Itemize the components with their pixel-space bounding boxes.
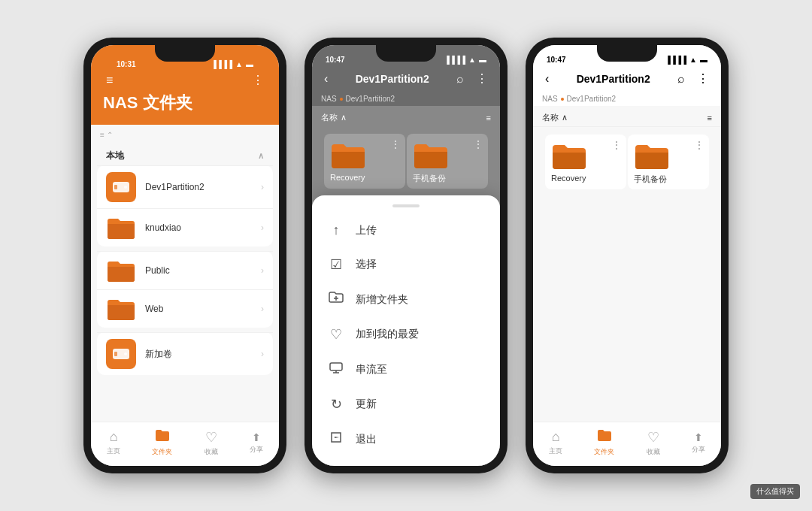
upload-icon: ↑ [327, 222, 345, 238]
grid-view-icon-2[interactable]: ≡ [486, 113, 491, 122]
nav-share-3[interactable]: ⬆ 分享 [692, 431, 705, 455]
more-button-2[interactable]: ⋮ [473, 70, 491, 87]
more-icon-recovery-3[interactable]: ⋮ [611, 139, 622, 151]
nav-files-3[interactable]: 文件夹 [594, 428, 614, 457]
battery-icon-1: ▬ [246, 60, 253, 68]
upload-label: 上传 [356, 224, 377, 237]
sheet-item-favorite[interactable]: ♡ 加到我的最爱 [312, 317, 500, 352]
more-button-1[interactable]: ⋮ [249, 71, 267, 89]
sheet-item-upload[interactable]: ↑ 上传 [312, 213, 500, 247]
nav-fav-3[interactable]: ♡ 收藏 [647, 429, 660, 457]
sheet-item-stream[interactable]: 串流至 [312, 352, 500, 387]
exit-label: 退出 [356, 433, 377, 446]
sort-label-3: 名称 ∧ [542, 112, 568, 123]
chevron-knudxiao: › [261, 222, 264, 233]
favorite-icon: ♡ [327, 326, 345, 343]
file-item-backup-3[interactable]: ⋮ 手机备份 [628, 135, 709, 189]
folder-icon-recovery-3 [551, 141, 587, 171]
notch-1 [155, 45, 215, 62]
content-1: 本地 ∧ Dev1Partition2 › [91, 142, 279, 422]
svg-marker-11 [335, 437, 339, 438]
search-button-3[interactable]: ⌕ [674, 70, 688, 87]
back-button-2[interactable]: ‹ [321, 71, 331, 87]
fav-icon-3: ♡ [647, 429, 659, 446]
nav-actions-3: ⌕ ⋮ [674, 70, 712, 87]
list-view-icon[interactable]: ≡ ⌃ [100, 131, 113, 139]
back-button-3[interactable]: ‹ [542, 71, 552, 87]
more-icon-backup-3[interactable]: ⋮ [694, 139, 704, 151]
svg-rect-4 [114, 352, 117, 356]
item-name-newvol: 新加卷 [145, 348, 252, 361]
menu-button[interactable]: ≡ [103, 72, 116, 89]
more-button-3[interactable]: ⋮ [694, 70, 712, 87]
fav-icon-1: ♡ [205, 429, 217, 446]
signal-icon-2: ▐▐▐▐ [444, 56, 465, 64]
nav-header-3: ‹ Dev1Partition2 ⌕ ⋮ [533, 67, 721, 93]
list-item-public[interactable]: Public › [97, 251, 273, 289]
sheet-item-select[interactable]: ☑ 选择 [312, 247, 500, 282]
newfolder-icon [327, 291, 345, 308]
nav-home-3[interactable]: ⌂ 主页 [549, 429, 562, 456]
folder-name-recovery-3: Recovery [551, 174, 586, 183]
toolbar-right-3: ≡ [707, 113, 712, 122]
section-local-header: 本地 ∧ [97, 145, 273, 165]
folder-icon-recovery-2 [330, 140, 366, 170]
grid-view-icon-3[interactable]: ≡ [707, 113, 712, 122]
list-item-newvol[interactable]: 新加卷 › [97, 332, 273, 375]
chevron-public: › [261, 265, 264, 276]
section-collapse[interactable]: ∧ [258, 151, 264, 161]
breadcrumb-3: NAS Dev1Partition2 [533, 93, 721, 106]
refresh-label: 更新 [356, 398, 377, 411]
file-item-recovery-3[interactable]: ⋮ Recovery [545, 135, 626, 189]
nav-files-1[interactable]: 文件夹 [152, 428, 172, 457]
nav-fav-1[interactable]: ♡ 收藏 [205, 429, 218, 457]
search-button-2[interactable]: ⌕ [453, 70, 467, 87]
nav-share-label-1: 分享 [250, 445, 263, 455]
share-icon-1: ⬆ [252, 431, 261, 443]
sort-label-2: 名称 ∧ [321, 112, 347, 123]
nav-fav-label-1: 收藏 [205, 447, 218, 457]
status-icons-2: ▐▐▐▐ ▲ ▬ [444, 56, 486, 64]
local-section-box3: 新加卷 › [97, 332, 273, 375]
nav-fav-label-3: 收藏 [647, 447, 660, 457]
battery-icon-2: ▬ [479, 56, 486, 64]
sheet-handle [392, 204, 420, 207]
phone-2: 10:47 ▐▐▐▐ ▲ ▬ ‹ Dev1Partition2 ⌕ ⋮ [304, 38, 508, 473]
header-row-1: ≡ ⋮ [103, 71, 267, 89]
chevron-web: › [261, 304, 264, 314]
local-section-box2: Public › Web › [97, 251, 273, 328]
toolbar-1: ≡ ⌃ [91, 125, 279, 142]
watermark: 什么值得买 [750, 484, 800, 499]
stream-label: 串流至 [356, 363, 387, 376]
nav-title-3: Dev1Partition2 [577, 73, 650, 85]
list-item-dev1[interactable]: Dev1Partition2 › [97, 165, 273, 208]
sheet-item-newfolder[interactable]: 新增文件夹 [312, 282, 500, 317]
nav-home-label-3: 主页 [549, 446, 562, 456]
file-item-backup-2[interactable]: ⋮ 手机备份 [407, 134, 488, 189]
toolbar-2: 名称 ∧ ≡ [312, 106, 500, 126]
nav-share-1[interactable]: ⬆ 分享 [250, 431, 263, 455]
nav-home-1[interactable]: ⌂ 主页 [107, 429, 120, 456]
svg-point-5 [124, 352, 127, 355]
folder-icon-public [106, 258, 136, 283]
breadcrumb-dot-2 [340, 98, 343, 101]
breadcrumb-2: NAS Dev1Partition2 [312, 93, 500, 106]
sheet-item-refresh[interactable]: ↻ 更新 [312, 387, 500, 422]
svg-point-2 [124, 186, 127, 189]
list-item-knudxiao[interactable]: knudxiao › [97, 208, 273, 246]
breadcrumb-dot-3 [561, 98, 564, 101]
more-icon-recovery-2[interactable]: ⋮ [390, 138, 401, 150]
list-item-web[interactable]: Web › [97, 289, 273, 328]
nav-files-label-3: 文件夹 [594, 447, 614, 457]
battery-icon-3: ▬ [700, 56, 707, 64]
toolbar-right-2: ≡ [486, 113, 491, 122]
more-icon-backup-2[interactable]: ⋮ [473, 138, 483, 150]
screen-1: 10:31 ▐▐▐▐ ▲ ▬ ≡ ⋮ NAS 文件夹 ≡ ⌃ [91, 45, 279, 466]
file-item-recovery-2[interactable]: ⋮ Recovery [324, 134, 405, 189]
home-icon-3: ⌂ [552, 429, 560, 445]
time-2: 10:47 [326, 56, 345, 64]
screen-2: 10:47 ▐▐▐▐ ▲ ▬ ‹ Dev1Partition2 ⌕ ⋮ [312, 45, 500, 466]
sheet-item-exit[interactable]: 退出 [312, 422, 500, 457]
chevron-newvol: › [261, 349, 264, 359]
bottom-nav-1: ⌂ 主页 文件夹 ♡ 收藏 ⬆ 分享 [91, 422, 279, 466]
